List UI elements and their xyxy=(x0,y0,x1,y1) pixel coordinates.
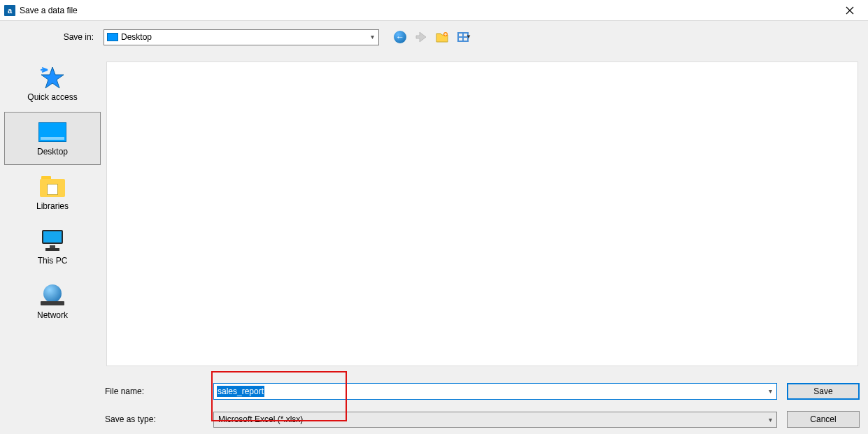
places-label: Desktop xyxy=(37,147,68,157)
places-network[interactable]: Network xyxy=(4,275,101,328)
save-as-type-dropdown[interactable]: Microsoft Excel (*.xlsx) ▾ xyxy=(213,412,777,428)
network-icon xyxy=(38,284,66,308)
chevron-down-icon: ▾ xyxy=(371,33,374,41)
window-title: Save a data file xyxy=(20,6,78,15)
star-icon xyxy=(38,66,66,89)
chevron-down-icon: ▼ xyxy=(466,34,471,40)
chevron-down-icon: ▾ xyxy=(769,387,772,395)
desktop-icon xyxy=(107,33,118,41)
cancel-button[interactable]: Cancel xyxy=(787,411,860,428)
save-in-label: Save in: xyxy=(52,32,98,42)
places-this-pc[interactable]: This PC xyxy=(4,221,101,274)
places-label: Network xyxy=(37,310,68,320)
toolbar: Save in: Desktop ▾ ← ▼ xyxy=(0,21,868,53)
save-in-dropdown[interactable]: Desktop ▾ xyxy=(104,29,379,45)
view-menu-button[interactable]: ▼ xyxy=(456,30,470,44)
save-in-value: Desktop xyxy=(121,32,152,42)
places-quick-access[interactable]: Quick access xyxy=(4,57,101,110)
file-name-input[interactable]: sales_report ▾ xyxy=(213,383,777,400)
file-name-label: File name: xyxy=(105,386,213,396)
places-desktop[interactable]: Desktop xyxy=(4,112,101,165)
desktop-icon xyxy=(38,120,66,144)
places-label: Quick access xyxy=(27,92,77,102)
back-button[interactable]: ← xyxy=(393,30,407,44)
new-folder-button[interactable] xyxy=(435,30,449,44)
main-area: Quick access Desktop Libraries This PC N… xyxy=(0,53,868,434)
places-label: This PC xyxy=(38,256,68,266)
up-one-level-button[interactable] xyxy=(414,30,428,44)
file-name-value: sales_report xyxy=(217,386,264,397)
titlebar: a Save a data file xyxy=(0,0,868,21)
places-bar: Quick access Desktop Libraries This PC N… xyxy=(0,53,105,434)
chevron-down-icon: ▾ xyxy=(769,416,772,424)
places-libraries[interactable]: Libraries xyxy=(4,166,101,219)
this-pc-icon xyxy=(38,229,66,253)
file-list-area[interactable] xyxy=(106,62,858,366)
places-label: Libraries xyxy=(36,201,69,211)
save-as-type-label: Save as type: xyxy=(105,414,213,424)
close-button[interactable] xyxy=(836,1,864,20)
save-button[interactable]: Save xyxy=(787,383,860,400)
save-as-type-value: Microsoft Excel (*.xlsx) xyxy=(218,414,303,424)
app-icon: a xyxy=(4,5,15,16)
toolbar-icons: ← ▼ xyxy=(393,30,470,44)
libraries-icon xyxy=(38,175,66,198)
bottom-fields: File name: sales_report ▾ Save Save as t… xyxy=(105,381,861,430)
